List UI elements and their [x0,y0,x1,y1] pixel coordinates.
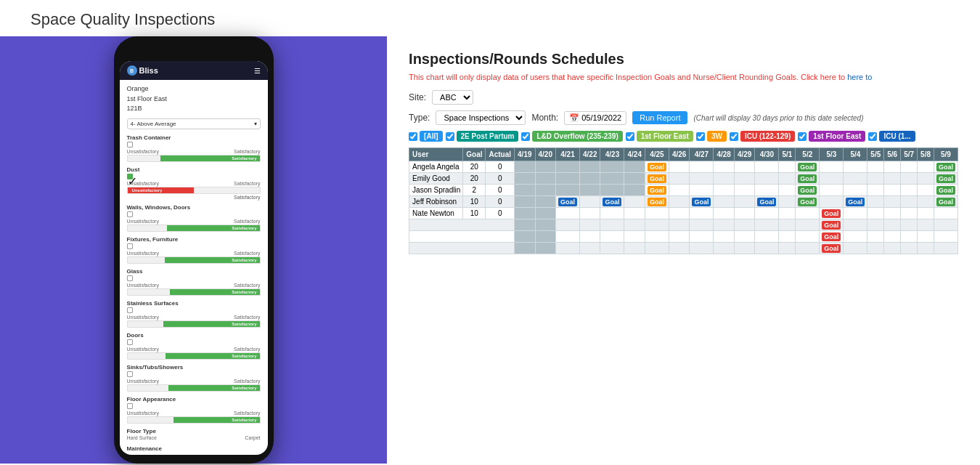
date-cell [779,208,796,219]
phone-screen: B Bliss ☰ Orange 1st Floor East 121B 4- … [120,61,268,455]
date-cell [867,219,884,231]
filter-chip-icu: ICU (122-129) [730,131,795,142]
user-cell: Angela Angela [409,161,463,173]
site-select[interactable]: ABC [432,90,473,105]
date-cell [934,231,957,243]
month-date-input[interactable]: 📅 05/19/2022 [564,111,626,125]
date-cell [600,219,624,231]
col-header-59: 5/9 [934,148,957,161]
hamburger-icon[interactable]: ☰ [254,67,261,75]
section-checkbox[interactable] [127,211,133,217]
date-cell [555,243,579,254]
site-label: Site: [409,92,426,102]
month-label: Month: [531,113,558,123]
section-checkbox[interactable] [127,339,133,345]
date-cell [918,173,934,185]
filter-checkbox-icu[interactable] [730,132,738,141]
col-header-428: 4/28 [714,148,734,161]
filter-checkbox-1fe2[interactable] [798,132,807,141]
date-cell [515,196,535,208]
date-cell [515,243,535,254]
filter-checkbox-all[interactable] [409,132,417,141]
type-label: Type: [409,113,430,123]
section-checkbox[interactable] [127,142,133,147]
section-checkbox-checked[interactable]: ✓ [127,174,133,179]
type-select[interactable]: Space Inspections [436,110,526,125]
rating-bar: Satisfactory [127,352,261,360]
bliss-logo-icon: B [127,65,137,76]
section-checkbox[interactable] [127,307,133,313]
date-cell [714,231,734,243]
date-cell [600,208,624,219]
warning-link[interactable]: here to [847,73,872,81]
filter-chip-ld: L&D Overflow (235-239) [521,131,622,142]
filter-checkbox-ld[interactable] [521,132,530,141]
filter-chip-3w: 3W [696,131,727,142]
filter-checkbox-1fe[interactable] [626,132,634,141]
schedule-title: Inspections/Rounds Schedules [409,51,958,68]
date-cell [600,231,624,243]
rating-bar-red: Unsatisfactory [127,187,261,194]
filter-checkbox-icu2[interactable] [868,132,877,141]
date-cell [867,208,884,219]
date-cell [734,243,754,254]
date-cell [934,243,957,254]
phone-info: Orange 1st Floor East 121B [120,80,268,117]
date-cell [844,243,867,254]
phone-notch [168,45,219,58]
date-cell [555,173,579,185]
date-cell [690,185,714,196]
goal-cell-val: 20 [463,173,486,185]
date-cell [714,208,734,219]
date-cell [624,161,645,173]
col-header-419: 4/19 [515,148,535,161]
filter-checkbox-2e[interactable] [446,132,454,141]
rating-bar: Satisfactory [127,155,261,162]
date-cell-goal: Goal [844,196,867,208]
date-cell [755,161,779,173]
filter-chip-2e: 2E Post Partum [446,131,519,142]
date-cell [901,208,918,219]
inspection-section-stainless: Stainless Surfaces UnsatisfactorySatisfa… [120,298,268,330]
col-header-actual: Actual [486,148,515,161]
section-checkbox[interactable] [127,371,133,377]
right-panel: Inspections/Rounds Schedules This chart … [387,36,980,464]
date-cell [867,161,884,173]
date-cell [779,173,796,185]
date-cell-goal: Goal [820,231,844,243]
date-cell [535,231,555,243]
date-cell [796,208,820,219]
date-cell [580,231,600,243]
date-cell [714,173,734,185]
date-cell [918,219,934,231]
run-report-button[interactable]: Run Report [632,111,687,124]
filter-badge-icu: ICU (122-129) [740,131,795,142]
date-cell [669,231,689,243]
filter-checkbox-3w[interactable] [696,132,705,141]
col-header-420: 4/20 [535,148,555,161]
filter-badge-1fe2: 1st Floor East [809,131,865,142]
date-cell [669,185,689,196]
rating-select[interactable]: 4- Above Average ▾ [127,118,261,129]
section-checkbox[interactable] [127,275,133,281]
date-cell [918,185,934,196]
date-cell-goal: Goal [796,185,820,196]
date-cell-goal: Goal [820,243,844,254]
date-cell [867,173,884,185]
section-checkbox[interactable] [127,403,133,409]
date-cell [624,243,645,254]
actual-cell-val: 0 [486,185,515,196]
date-cell [918,161,934,173]
date-cell [409,219,515,231]
section-checkbox[interactable] [127,243,133,249]
date-cell-goal: Goal [645,161,669,173]
date-cell [624,219,645,231]
date-cell [820,161,844,173]
date-cell [918,208,934,219]
date-cell [690,208,714,219]
inspection-section-trash: Trash Container UnsatisfactorySatisfacto… [120,132,268,164]
table-row: Jeff Robinson 10 0 Goal Goal Goal Goal [409,196,958,208]
date-cell [515,219,535,231]
date-cell [580,243,600,254]
date-cell [669,161,689,173]
